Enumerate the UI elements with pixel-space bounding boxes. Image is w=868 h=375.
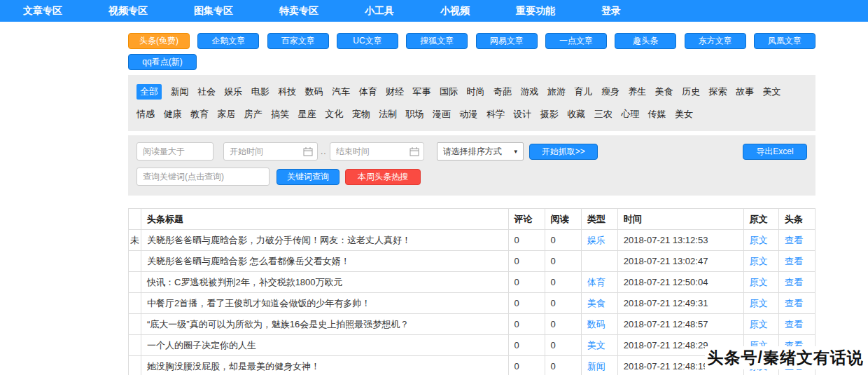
source-btn-dongfang[interactable]: 东方文章 (685, 33, 746, 49)
row-orig-link[interactable]: 原文 (750, 319, 768, 329)
nav-item-short-video[interactable]: 小视频 (440, 5, 470, 18)
category-item[interactable]: 传媒 (648, 108, 666, 121)
row-view-link[interactable]: 查看 (785, 256, 803, 266)
row-orig-link[interactable]: 原文 (750, 277, 768, 287)
category-item[interactable]: 奇葩 (493, 86, 512, 98)
category-item[interactable]: 瘦身 (601, 86, 620, 98)
row-title: 一个人的圈子决定你的人生 (141, 335, 509, 356)
export-excel-button[interactable]: 导出Excel (743, 144, 807, 160)
row-view-link[interactable]: 查看 (785, 319, 803, 329)
category-item[interactable]: 科学 (486, 108, 505, 121)
keyword-input[interactable] (136, 168, 270, 186)
category-item[interactable]: 历史 (682, 86, 700, 98)
row-time: 2018-07-21 13:12:53 (617, 230, 743, 251)
row-type-link[interactable]: 美食 (587, 298, 606, 308)
category-item[interactable]: 设计 (513, 108, 531, 121)
nav-item-video-zone[interactable]: 视频专区 (108, 5, 148, 18)
row-view-link[interactable]: 查看 (785, 235, 803, 245)
chevron-down-icon: ▼ (513, 149, 519, 155)
category-item-all[interactable]: 全部 (136, 84, 162, 100)
weekly-hot-button[interactable]: 本周头条热搜 (345, 169, 421, 185)
nav-item-sale-zone[interactable]: 特卖专区 (279, 5, 318, 18)
category-item[interactable]: 娱乐 (224, 86, 242, 98)
source-btn-wangyi[interactable]: 网易文章 (476, 33, 538, 49)
category-item[interactable]: 财经 (386, 86, 404, 98)
category-item[interactable]: 游戏 (520, 86, 538, 98)
row-type-link[interactable]: 娱乐 (587, 235, 606, 245)
col-header-time: 时间 (617, 209, 743, 230)
row-type-link[interactable]: 新闻 (587, 361, 606, 371)
category-item[interactable]: 文化 (325, 108, 343, 121)
category-item[interactable]: 职场 (406, 108, 424, 121)
category-item[interactable]: 教育 (190, 108, 209, 121)
source-btn-fenghuang[interactable]: 凤凰文章 (754, 33, 816, 49)
category-item[interactable]: 宠物 (352, 108, 370, 121)
source-btn-qie[interactable]: 企鹅文章 (197, 33, 259, 49)
category-item[interactable]: 收藏 (567, 108, 585, 121)
category-item[interactable]: 健康 (163, 108, 181, 121)
category-item[interactable]: 新闻 (170, 86, 188, 98)
category-item[interactable]: 家居 (217, 108, 235, 121)
calendar-icon[interactable] (410, 146, 419, 156)
watermark: 头条号/秦绪文有话说 (705, 346, 867, 369)
category-item[interactable]: 美文 (762, 86, 780, 98)
row-view-link[interactable]: 查看 (785, 277, 803, 287)
category-item[interactable]: 三农 (594, 108, 612, 121)
nav-item-article-zone[interactable]: 文章专区 (23, 5, 62, 18)
row-orig-link[interactable]: 原文 (750, 235, 768, 245)
source-btn-qutoutiao[interactable]: 趣头条 (615, 33, 676, 49)
category-item[interactable]: 电影 (251, 86, 270, 98)
category-item[interactable]: 搞笑 (271, 108, 289, 121)
category-item[interactable]: 科技 (278, 86, 296, 98)
category-item[interactable]: 养生 (628, 86, 646, 98)
category-item[interactable]: 动漫 (459, 108, 477, 121)
sort-select[interactable]: 请选择排序方式 ▼ (437, 142, 524, 161)
nav-item-gallery-zone[interactable]: 图集专区 (194, 5, 233, 18)
row-reads: 0 (545, 293, 581, 314)
category-item[interactable]: 法制 (379, 108, 397, 121)
col-header-reads: 阅读 (545, 209, 581, 230)
keyword-search-button[interactable]: 关键词查询 (276, 169, 340, 185)
category-item[interactable]: 国际 (440, 86, 458, 98)
category-item[interactable]: 故事 (736, 86, 754, 98)
category-item[interactable]: 摄影 (540, 108, 559, 121)
row-type-link[interactable]: 体育 (587, 277, 606, 287)
nav-item-important[interactable]: 重要功能 (516, 5, 555, 18)
source-btn-yidian[interactable]: 一点文章 (545, 33, 607, 49)
source-btn-sohu[interactable]: 搜狐文章 (406, 33, 468, 49)
row-title: 关晓彤爸爸晒与鹿晗合影，力破分手传闻！网友：这老丈人真好！ (141, 230, 509, 251)
source-btn-baijia[interactable]: 百家文章 (267, 33, 329, 49)
category-item[interactable]: 汽车 (332, 86, 350, 98)
source-tabs: 头条(免费) 企鹅文章 百家文章 UC文章 搜狐文章 网易文章 一点文章 趣头条… (128, 33, 816, 70)
row-view-link[interactable]: 查看 (785, 298, 803, 308)
category-item[interactable]: 体育 (359, 86, 377, 98)
row-comments: 0 (508, 230, 545, 251)
nav-item-login[interactable]: 登录 (601, 5, 621, 18)
row-type-link[interactable]: 美文 (587, 340, 606, 350)
category-item[interactable]: 育儿 (574, 86, 592, 98)
category-item[interactable]: 军事 (413, 86, 431, 98)
category-item[interactable]: 房产 (244, 108, 262, 121)
source-btn-qq-kandian[interactable]: qq看点(新) (128, 54, 197, 70)
nav-item-tools[interactable]: 小工具 (365, 5, 394, 18)
category-item[interactable]: 星座 (298, 108, 316, 121)
category-item[interactable]: 数码 (305, 86, 323, 98)
category-item[interactable]: 社会 (197, 86, 216, 98)
row-type-link[interactable]: 数码 (587, 319, 606, 329)
source-btn-toutiao-free[interactable]: 头条(免费) (128, 33, 190, 49)
category-item[interactable]: 漫画 (433, 108, 451, 121)
category-item[interactable]: 美女 (675, 108, 693, 121)
category-item[interactable]: 情感 (136, 108, 155, 121)
source-btn-uc[interactable]: UC文章 (337, 33, 398, 49)
table-row: 未 关晓彤爸爸晒与鹿晗合影，力破分手传闻！网友：这老丈人真好！ 0 0 娱乐 2… (129, 230, 816, 251)
row-orig-link[interactable]: 原文 (750, 298, 768, 308)
category-item[interactable]: 探索 (709, 86, 727, 98)
calendar-icon[interactable] (303, 146, 313, 156)
start-grab-button[interactable]: 开始抓取>> (529, 144, 598, 160)
category-item[interactable]: 时尚 (466, 86, 484, 98)
row-orig-link[interactable]: 原文 (750, 256, 768, 266)
category-item[interactable]: 美食 (655, 86, 673, 98)
category-item[interactable]: 旅游 (547, 86, 566, 98)
category-item[interactable]: 心理 (621, 108, 639, 121)
read-count-input[interactable] (136, 142, 214, 161)
